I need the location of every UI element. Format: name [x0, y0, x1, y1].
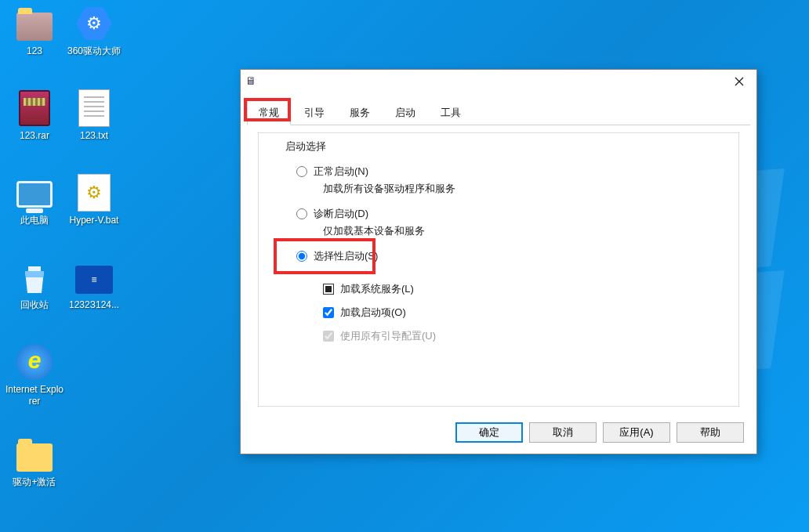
icon-label: 此电脑 — [5, 215, 64, 226]
checkbox-load-system-services[interactable]: 加载系统服务(L) — [323, 282, 710, 296]
desktop-icon-activate-folder[interactable]: 驱动+激活 — [5, 436, 64, 488]
radio-label: 选择性启动(S) — [314, 249, 378, 263]
tab-services[interactable]: 服务 — [338, 100, 382, 125]
general-panel: 启动选择 正常启动(N) 加载所有设备驱动程序和服务 诊断启动(D) 仅加载基本… — [258, 132, 739, 407]
icon-label: 123.rar — [5, 130, 64, 142]
icon-label: 1232З124... — [64, 299, 124, 311]
diagnostic-startup-desc: 仅加载基本设备和服务 — [323, 224, 710, 238]
radio-selective-startup[interactable]: 选择性启动(S) — [296, 249, 710, 263]
desktop-icon-360-driver[interactable]: 360驱动大师 — [64, 5, 124, 57]
close-icon — [735, 77, 744, 86]
normal-startup-desc: 加载所有设备驱动程序和服务 — [323, 182, 710, 196]
icon-label: Hyper-V.bat — [64, 215, 124, 226]
desktop-icon-recycle-bin[interactable]: 回收站 — [5, 259, 64, 311]
radio-normal-startup[interactable]: 正常启动(N) — [296, 165, 710, 179]
icon-label: 123 — [5, 45, 64, 57]
cancel-button[interactable]: 取消 — [529, 422, 597, 443]
app-icon: 🖥 — [245, 74, 259, 89]
desktop-icon-123-txt[interactable]: 123.txt — [64, 89, 124, 142]
help-button[interactable]: 帮助 — [677, 422, 744, 443]
checkbox-label: 加载系统服务(L) — [340, 282, 414, 296]
tab-general[interactable]: 常规 — [247, 100, 291, 125]
icon-label: 驱动+激活 — [5, 476, 64, 488]
desktop-icon-hyperv-bat[interactable]: Hyper-V.bat — [64, 174, 124, 226]
desktop-icon-this-pc[interactable]: 此电脑 — [5, 174, 64, 226]
msconfig-dialog: 🖥 常规 引导 服务 启动 工具 启动选择 正常启动(N) 加载所有设备驱动程序… — [240, 69, 757, 454]
ok-button[interactable]: 确定 — [455, 422, 523, 443]
titlebar[interactable]: 🖥 — [241, 70, 756, 93]
group-legend: 启动选择 — [281, 139, 331, 154]
tab-startup[interactable]: 启动 — [383, 100, 427, 125]
checkbox-use-original-boot: 使用原有引导配置(U) — [323, 329, 710, 343]
tab-tools[interactable]: 工具 — [429, 100, 473, 125]
tab-row: 常规 引导 服务 启动 工具 — [247, 100, 750, 125]
checkbox-label: 使用原有引导配置(U) — [340, 329, 436, 343]
icon-label: 回收站 — [5, 299, 64, 311]
icon-label: 360驱动大师 — [64, 45, 124, 57]
desktop-icon-shortcut[interactable]: ≡ 1232З124... — [64, 259, 124, 311]
dialog-button-row: 确定 取消 应用(A) 帮助 — [455, 422, 744, 443]
icon-label: 123.txt — [64, 130, 124, 142]
apply-button[interactable]: 应用(A) — [603, 422, 670, 443]
radio-diagnostic-startup[interactable]: 诊断启动(D) — [296, 207, 710, 221]
mixed-checkbox-icon — [323, 284, 334, 295]
svg-rect-0 — [28, 266, 41, 271]
close-button[interactable] — [722, 70, 756, 93]
icon-label: Internet Explorer — [5, 384, 64, 407]
radio-label: 正常启动(N) — [314, 165, 368, 179]
checkbox-label: 加载启动项(O) — [340, 306, 406, 320]
desktop-icon-folder-123[interactable]: 123 — [5, 5, 64, 57]
startup-selection-group: 启动选择 正常启动(N) 加载所有设备驱动程序和服务 诊断启动(D) 仅加载基本… — [273, 147, 724, 353]
tab-boot[interactable]: 引导 — [292, 100, 336, 125]
desktop-icon-123-rar[interactable]: 123.rar — [5, 89, 64, 142]
radio-label: 诊断启动(D) — [314, 207, 368, 221]
desktop-icon-ie[interactable]: Internet Explorer — [5, 343, 64, 407]
checkbox-load-startup-items[interactable]: 加载启动项(O) — [323, 306, 710, 320]
